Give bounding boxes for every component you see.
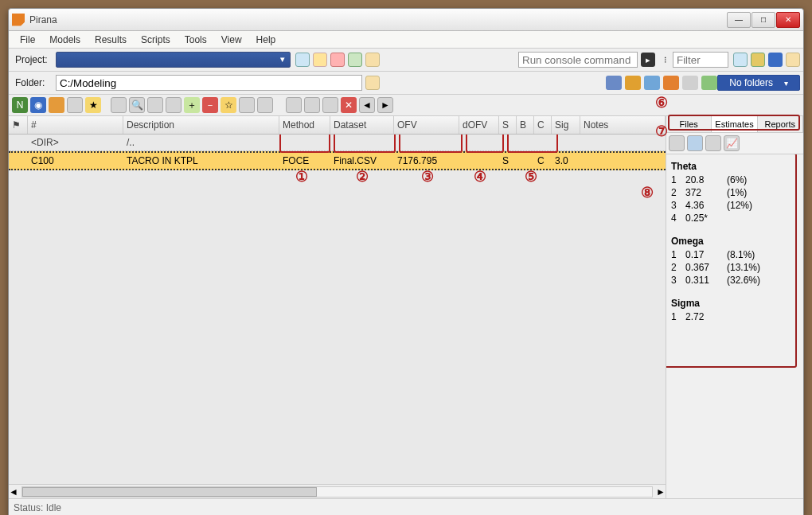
col-dataset[interactable]: Dataset [330,116,394,134]
project-label: Project: [12,54,56,65]
col-num[interactable]: # [28,116,123,134]
fav-icon[interactable]: ☆ [221,97,236,113]
annotation-5: ⑤ [525,168,537,185]
project-icons [295,53,380,67]
menu-help[interactable]: Help [250,33,283,47]
tag-icon[interactable] [166,97,182,113]
find-icon[interactable]: 🔍 [129,97,145,113]
menu-view[interactable]: View [215,33,248,47]
horizontal-scrollbar[interactable]: ◄ ► [9,484,666,498]
menu-scripts[interactable]: Scripts [135,33,177,47]
right-icons [733,53,800,67]
globe-icon[interactable]: ◉ [30,97,46,113]
folder-icon[interactable] [49,97,64,113]
col-s[interactable]: S [499,116,517,134]
copy2-icon[interactable] [239,97,255,113]
grid-icon[interactable] [286,97,302,113]
col-dofv[interactable]: dOFV [459,116,499,134]
estimates-panel: Theta 120.8(6%) 2372(1%) 34.36(12%) 40.2… [666,154,803,498]
sigma-heading: Sigma [671,298,798,309]
tab-estimates[interactable]: Estimates [712,116,757,132]
project-dropdown[interactable] [56,52,291,68]
main-content: ⚑ # Description Method Dataset OFV dOFV … [9,116,803,498]
col-method[interactable]: Method [279,116,330,134]
theta-row: 34.36(12%) [671,199,798,212]
disk-save-icon[interactable] [67,97,83,113]
window-buttons: — □ ✕ [727,12,800,28]
est-chart-icon[interactable]: 📈 [724,135,740,151]
menu-tools[interactable]: Tools [178,33,213,47]
theta-row: 2372(1%) [671,186,798,199]
prev-icon[interactable]: ◄ [359,97,375,113]
app-blue-icon[interactable] [644,76,660,90]
col-b[interactable]: B [517,116,534,134]
console-command-input[interactable] [518,52,638,68]
info-icon[interactable] [313,53,327,67]
n-button[interactable]: N [12,97,28,113]
doc-icon[interactable] [147,97,163,113]
col-check[interactable]: ⚑ [9,116,28,134]
delete-icon[interactable] [330,53,345,67]
table-row-selected[interactable]: C100 TACRO IN KTPL FOCE Final.CSV 7176.7… [9,151,666,170]
box-icon[interactable] [625,76,641,90]
est-view-icon[interactable] [687,135,703,151]
link-icon[interactable] [751,53,765,67]
col-c[interactable]: C [534,116,552,134]
menu-results[interactable]: Results [88,33,133,47]
folder-input[interactable] [56,75,362,91]
edit-icon[interactable] [786,53,800,67]
refresh-icon[interactable] [348,53,362,67]
col-notes[interactable]: Notes [580,116,666,134]
filter-input[interactable] [673,52,728,68]
plus-icon[interactable]: ＋ [184,97,200,113]
status-text: Status: Idle [14,502,61,513]
minus-icon[interactable]: － [202,97,218,113]
close-button[interactable]: ✕ [776,12,800,28]
omega-heading: Omega [671,236,798,247]
omega-row: 10.17(8.1%) [671,248,798,261]
tree-icon[interactable] [304,97,320,113]
annotation-1: ① [295,168,308,185]
menu-bar: File Models Results Scripts Tools View H… [9,31,803,49]
user-icon[interactable] [768,53,783,67]
db-icon[interactable] [733,53,748,67]
nofolders-dropdown[interactable]: No folders [717,75,800,91]
browse-folder-icon[interactable] [365,76,380,90]
minimize-button[interactable]: — [727,12,751,28]
list-icon[interactable] [322,97,338,113]
menu-file[interactable]: File [14,33,41,47]
select-icon[interactable] [111,97,127,113]
disk-icon[interactable] [606,76,622,90]
run-icon[interactable]: ▸ [641,53,655,67]
titlebar: Pirana — □ ✕ [9,9,803,31]
col-sig[interactable]: Sig [552,116,580,134]
next-icon[interactable]: ► [377,97,393,113]
main-toolbar: N ◉ ★ 🔍 ＋ － ☆ ✕ ◄ ► [9,95,803,116]
side-toolbar: 📈 [666,133,803,154]
tab-files[interactable]: Files [666,116,712,132]
omega-row: 20.367(13.1%) [671,261,798,274]
arrow-icon[interactable] [701,76,717,90]
omega-row: 30.311(32.6%) [671,274,798,287]
copy-icon[interactable] [682,76,698,90]
col-ofv[interactable]: OFV [394,116,459,134]
bookmark-icon[interactable] [365,53,380,67]
maximize-button[interactable]: □ [751,12,775,28]
window-title: Pirana [29,14,727,25]
col-desc[interactable]: Description [123,116,279,134]
est-copy-icon[interactable] [705,135,721,151]
table-header: ⚑ # Description Method Dataset OFV dOFV … [9,116,666,135]
theta-row: 40.25* [671,212,798,224]
save-icon[interactable] [295,53,310,67]
paste-icon[interactable] [257,97,273,113]
theta-row: 120.8(6%) [671,174,798,186]
est-doc-icon[interactable] [669,135,685,151]
menu-models[interactable]: Models [43,33,87,47]
annotation-4: ④ [474,168,486,185]
filter-button[interactable]: ⁝ [658,53,673,67]
x-icon[interactable]: ✕ [341,97,357,113]
app-orange-icon[interactable] [663,76,679,90]
star-icon[interactable]: ★ [85,97,101,113]
table-row[interactable]: <DIR> /.. [9,135,666,151]
tab-reports[interactable]: Reports [758,116,803,132]
